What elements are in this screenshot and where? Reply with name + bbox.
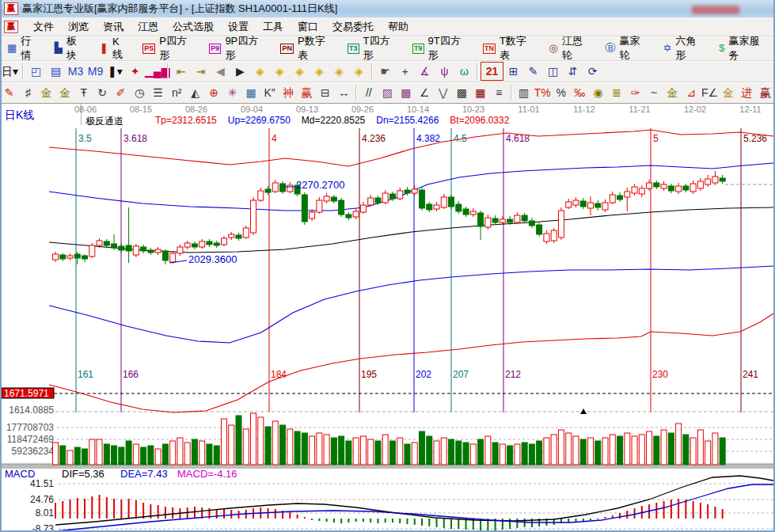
volume-scale-label: 177708703 xyxy=(6,422,54,433)
candle-body xyxy=(360,205,366,212)
volume-bar xyxy=(184,443,190,465)
volume-bar xyxy=(632,436,637,465)
volume-bar xyxy=(251,413,256,465)
candle-body xyxy=(243,228,249,238)
candle-body xyxy=(573,200,579,205)
candle-body xyxy=(720,178,725,181)
gann-day-label: 230 xyxy=(652,369,668,380)
gann-day-label: 241 xyxy=(743,369,758,380)
candle-body xyxy=(302,195,307,222)
candle-body xyxy=(214,243,219,245)
chart-canvas[interactable]: 3.51613.61816641844.2361954.3822024.5207… xyxy=(0,0,775,532)
candle-body xyxy=(485,218,491,227)
candle-body xyxy=(272,183,278,192)
gann-ratio-label: 4 xyxy=(272,133,277,144)
volume-bar xyxy=(141,447,146,465)
volume-bar xyxy=(353,438,359,465)
candle-body xyxy=(104,241,109,245)
window-border-left xyxy=(0,0,2,532)
candle-body xyxy=(148,250,154,253)
volume-bar xyxy=(236,416,241,465)
candle-body xyxy=(676,186,682,192)
candle-body xyxy=(478,213,484,226)
volume-bar xyxy=(456,441,462,465)
volume-bar xyxy=(258,417,264,465)
volume-bar xyxy=(625,433,630,465)
volume-bar xyxy=(310,436,315,465)
volume-bar xyxy=(690,438,696,465)
candle-body xyxy=(544,234,549,241)
candle-body xyxy=(654,183,659,187)
volume-bar xyxy=(126,441,131,465)
candle-body xyxy=(500,219,505,222)
volume-bar xyxy=(434,441,439,465)
candle-body xyxy=(551,230,557,241)
volume-bar xyxy=(67,450,73,465)
volume-bar xyxy=(331,438,336,465)
candle-body xyxy=(162,251,168,260)
volume-bar xyxy=(324,435,329,465)
macd-scale-label: 41.51 xyxy=(30,478,54,489)
volume-bar xyxy=(551,435,557,465)
volume-bar xyxy=(507,446,513,465)
candle-body xyxy=(632,187,637,193)
secondary-price-label: 1614.0885 xyxy=(9,405,54,416)
candle-body xyxy=(522,215,527,221)
volume-bar xyxy=(617,436,623,465)
volume-bar xyxy=(265,427,271,465)
candle-body xyxy=(389,194,395,199)
volume-bar xyxy=(339,436,344,465)
candle-body xyxy=(192,244,197,247)
candle-body xyxy=(580,201,586,207)
candle-body xyxy=(221,238,226,245)
macd-dif-readout: DIF=5.36 xyxy=(62,468,104,480)
candle-body xyxy=(74,254,80,258)
candle-body xyxy=(587,203,593,208)
volume-bar xyxy=(500,444,505,465)
volume-scale-label: 118472469 xyxy=(7,434,55,445)
candle-body xyxy=(236,235,241,238)
candle-body xyxy=(661,184,667,188)
candle-body xyxy=(420,190,425,208)
candle-body xyxy=(427,204,432,210)
volume-bar xyxy=(470,444,476,465)
candle-body xyxy=(199,241,205,247)
volume-bar xyxy=(492,443,498,465)
volume-bar xyxy=(192,439,197,465)
volume-bar xyxy=(368,439,374,465)
volume-bar xyxy=(302,433,307,465)
candle-body xyxy=(126,245,131,251)
volume-bar xyxy=(587,438,593,465)
volume-bar xyxy=(112,446,117,465)
volume-bar xyxy=(515,444,520,465)
volume-bar xyxy=(712,433,718,465)
volume-bar xyxy=(558,430,564,465)
volume-bar xyxy=(463,443,469,465)
volume-bar xyxy=(544,438,549,465)
volume-bar xyxy=(375,441,381,465)
volume-bar xyxy=(199,441,205,465)
volume-bar xyxy=(405,444,410,465)
candle-body xyxy=(119,246,124,250)
volume-bar xyxy=(580,439,586,465)
candle-body xyxy=(697,181,703,188)
volume-bar xyxy=(294,431,300,465)
volume-bar xyxy=(272,421,278,465)
volume-bar xyxy=(214,446,219,465)
candle-body xyxy=(310,212,315,218)
volume-bar xyxy=(221,419,226,465)
candle-body xyxy=(324,196,329,201)
app-window: 赢 赢家江恩专业版[赢家内部服务平台] - [上证指数 SH1A0001-111… xyxy=(0,0,775,532)
volume-bar xyxy=(676,424,682,465)
price-annotation: 2270.2700 xyxy=(296,179,344,191)
volume-bar xyxy=(529,444,534,465)
volume-bar xyxy=(53,443,59,465)
volume-bar xyxy=(207,444,212,465)
volume-bar xyxy=(177,438,183,465)
candle-body xyxy=(463,209,469,215)
volume-bar xyxy=(317,433,322,465)
candle-body xyxy=(668,186,674,191)
candle-body xyxy=(683,186,689,190)
candle-body xyxy=(265,189,271,192)
candle-body xyxy=(53,254,59,260)
